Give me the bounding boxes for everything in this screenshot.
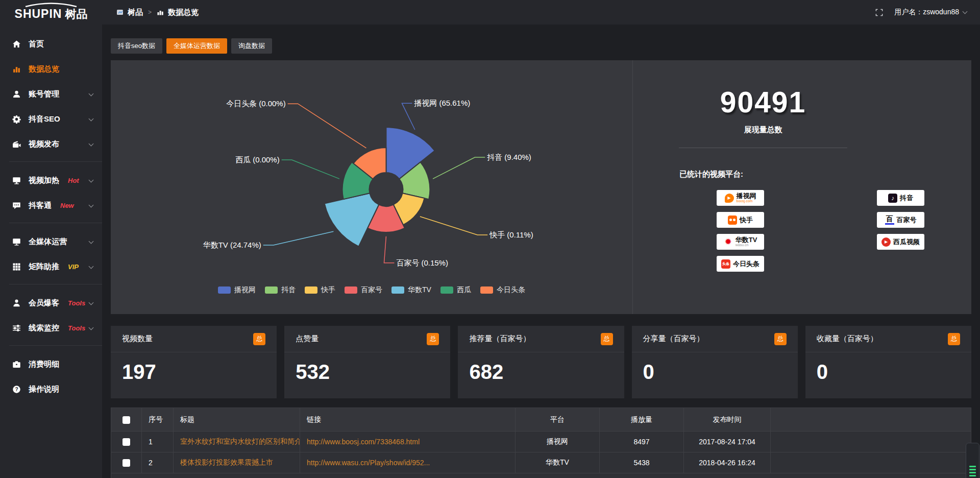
fullscreen-icon[interactable] (875, 9, 883, 16)
pie-label-line (263, 231, 334, 245)
pie-label: 播视网 (65.61%) (413, 99, 470, 107)
pie-slice-5[interactable] (325, 193, 379, 246)
monitor-icon (12, 237, 21, 246)
stat-card-header: 推荐量（百家号）总 (458, 326, 624, 352)
app-window-icon (116, 9, 124, 16)
legend-label: 快手 (321, 285, 335, 295)
row-checkbox[interactable] (122, 438, 130, 446)
total-badge[interactable]: 总 (253, 333, 265, 345)
legend-item-1[interactable]: 播视网 (218, 285, 256, 295)
chevron-down-icon (89, 300, 94, 305)
sidebar-divider (9, 223, 102, 223)
platform-subtext: boosj.com (737, 199, 753, 203)
stat-card-label: 推荐量（百家号） (469, 334, 530, 344)
video-title-link[interactable]: 室外水纹灯和室内水纹灯的区别和简介 (174, 432, 300, 452)
row-select-cell (111, 452, 142, 473)
total-badge[interactable]: 总 (948, 333, 960, 345)
select-all-checkbox[interactable] (122, 416, 130, 424)
sidebar-item-3[interactable]: 账号管理 (0, 82, 102, 107)
chevron-down-icon (89, 116, 94, 121)
wasu-icon: ✹ (724, 237, 733, 247)
stat-card-label: 分享量（百家号） (643, 334, 704, 344)
video-url-link[interactable]: http://www.wasu.cn/Play/show/id/952... (300, 452, 516, 473)
total-badge[interactable]: 总 (427, 333, 439, 345)
sidebar-item-7[interactable]: 抖客通New (0, 193, 102, 218)
sidebar-item-11[interactable]: 线索监控Tools (0, 316, 102, 341)
legend-label: 百家号 (361, 285, 382, 295)
signal-bar (969, 469, 976, 470)
stat-card-value: 682 (458, 352, 624, 384)
platforms-title: 已统计的视频平台: (679, 170, 971, 179)
sidebar-item-badge: Tools (68, 299, 85, 307)
total-impressions-value: 90491 (633, 85, 893, 119)
sidebar-item-12[interactable]: 消费明细 (0, 352, 102, 377)
legend-item-3[interactable]: 快手 (305, 285, 335, 295)
logo[interactable]: SHUPIN 树品 (0, 3, 102, 22)
pie-label: 今日头条 (0.00%) (226, 99, 285, 108)
tab-2[interactable]: 全媒体运营数据 (166, 38, 227, 54)
legend-swatch (218, 286, 231, 294)
sidebar-item-label: 抖客通 (29, 201, 52, 210)
sidebar-item-10[interactable]: 会员爆客Tools (0, 291, 102, 316)
videos-table: 序号标题链接平台播放量发布时间1室外水纹灯和室内水纹灯的区别和简介http://… (111, 408, 971, 473)
stat-card-header: 分享量（百家号）总 (632, 326, 798, 352)
stat-card-header: 收藏量（百家号）总 (805, 326, 971, 352)
sidebar-item-4[interactable]: 抖音SEO (0, 107, 102, 132)
sidebar-item-6[interactable]: 视频加热Hot (0, 168, 102, 193)
platform-pill-text: 华数TVwasu.cn (736, 236, 757, 247)
legend-item-7[interactable]: 今日头条 (480, 285, 525, 295)
sidebar-item-1[interactable]: 首页 (0, 32, 102, 57)
sidebar-item-13[interactable]: ?操作说明 (0, 377, 102, 402)
sidebar-item-9[interactable]: 矩阵助推VIP (0, 254, 102, 279)
chevron-down-icon (89, 238, 94, 244)
platform-subtext: wasu.cn (736, 243, 749, 247)
legend-item-4[interactable]: 百家号 (345, 285, 382, 295)
stat-card-value: 0 (805, 352, 971, 384)
stat-card-label: 收藏量（百家号） (817, 334, 878, 344)
legend-swatch (391, 286, 404, 294)
total-impressions-label: 展现量总数 (633, 125, 893, 135)
legend-swatch (440, 286, 453, 294)
legend-label: 播视网 (234, 285, 256, 295)
row-checkbox[interactable] (122, 459, 130, 467)
stat-card-value: 197 (111, 352, 277, 384)
sidebar-item-2[interactable]: 数据总览 (0, 57, 102, 82)
column-header: 播放量 (600, 408, 684, 432)
tab-3[interactable]: 询盘数据 (231, 38, 272, 54)
sidebar-item-5[interactable]: 视频发布 (0, 132, 102, 157)
screen-icon (12, 176, 21, 185)
breadcrumb-current: 数据总览 (168, 8, 199, 17)
user-label: 用户名：zswodun88 (894, 8, 959, 17)
sidebar-item-badge: Tools (68, 324, 85, 332)
total-badge[interactable]: 总 (601, 333, 613, 345)
legend-swatch (345, 286, 357, 294)
chart-legend: 播视网抖音快手百家号华数TV西瓜今日头条 (111, 285, 632, 295)
toutiao-icon: 头条 (721, 259, 730, 269)
home-icon (12, 40, 21, 49)
tab-1[interactable]: 抖音seo数据 (111, 38, 162, 54)
legend-label: 西瓜 (457, 285, 471, 295)
pie-label-line (282, 160, 339, 179)
legend-item-6[interactable]: 西瓜 (440, 285, 471, 295)
sidebar-item-label: 全媒体运营 (29, 237, 67, 247)
platform-cell: 播视网 (516, 432, 600, 452)
platform-pill: 百百家号 (877, 212, 924, 228)
video-title-link[interactable]: 楼体投影灯投影效果震撼上市 (174, 452, 300, 473)
main-content: 抖音seo数据全媒体运营数据询盘数据 播视网 (65.61%)抖音 (9.40%… (102, 25, 980, 478)
chevron-down-icon (89, 202, 94, 207)
stat-card-label: 视频数量 (122, 334, 153, 344)
platform-name: 快手 (740, 217, 753, 224)
customer-service-widget[interactable] (966, 443, 979, 478)
stats-cards: 视频数量总197点赞量总532推荐量（百家号）总682分享量（百家号）总0收藏量… (111, 326, 971, 398)
total-badge[interactable]: 总 (774, 333, 787, 345)
legend-item-2[interactable]: 抖音 (265, 285, 296, 295)
legend-item-5[interactable]: 华数TV (391, 285, 431, 295)
breadcrumb-root[interactable]: 树品 (128, 8, 143, 17)
sidebar-item-label: 账号管理 (29, 89, 59, 99)
stat-card-4: 分享量（百家号）总0 (632, 326, 798, 398)
gear-icon (12, 115, 21, 124)
video-url-link[interactable]: http://www.boosj.com/7338468.html (300, 432, 516, 452)
user-menu[interactable]: 用户名：zswodun88 (894, 8, 967, 17)
sidebar-item-8[interactable]: 全媒体运营 (0, 229, 102, 254)
legend-swatch (480, 286, 493, 294)
